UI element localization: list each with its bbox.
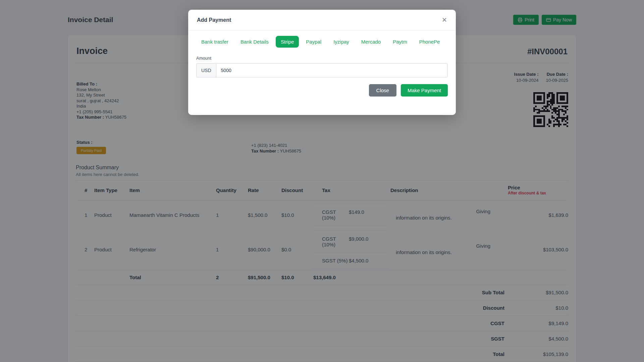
tab-stripe[interactable]: Stripe [276, 36, 299, 48]
amount-label: Amount [196, 56, 448, 61]
make-payment-button[interactable]: Make Payment [401, 84, 448, 97]
add-payment-modal: Add Payment ✕ Bank trasfer Bank Details … [188, 10, 456, 115]
tab-iyzipay[interactable]: Iyzipay [328, 36, 354, 48]
tab-mercado[interactable]: Mercado [356, 36, 386, 48]
close-button[interactable]: Close [369, 84, 396, 97]
amount-field-block: Amount USD [188, 48, 456, 77]
modal-header: Add Payment ✕ [188, 10, 456, 31]
modal-title: Add Payment [197, 17, 231, 23]
amount-input-group: USD [196, 63, 448, 77]
tab-bank-transfer[interactable]: Bank trasfer [196, 36, 233, 48]
tab-paytm[interactable]: Paytm [388, 36, 412, 48]
tab-bank-details[interactable]: Bank Details [235, 36, 274, 48]
amount-input[interactable] [216, 63, 448, 77]
close-icon[interactable]: ✕ [442, 17, 447, 23]
payment-method-tabs: Bank trasfer Bank Details Stripe Paypal … [188, 31, 456, 48]
modal-footer: Close Make Payment [188, 77, 456, 97]
tab-paypal[interactable]: Paypal [301, 36, 326, 48]
tab-phonepe[interactable]: PhonePe [414, 36, 445, 48]
currency-prefix: USD [196, 63, 216, 77]
